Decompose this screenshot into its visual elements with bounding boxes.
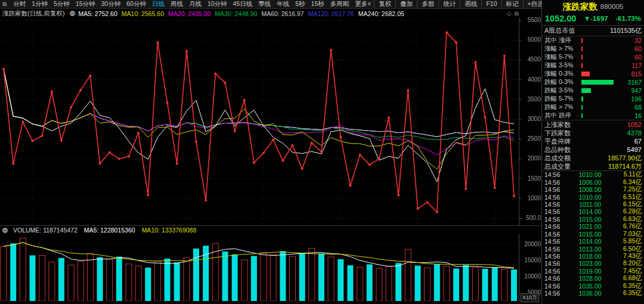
instrument-name: 涨跌家数 (563, 1, 597, 13)
period-tab-11[interactable]: 季线 (255, 0, 274, 8)
period-tab-5[interactable]: 60分钟 (123, 0, 149, 8)
y-axis-tick-2000: 2000 (519, 155, 541, 162)
toolbar-button-3[interactable]: 统计 (438, 0, 460, 8)
price-point (320, 150, 323, 153)
tick-row-1: 14:561006.006.34亿 (542, 178, 644, 185)
volume-legend: VOLUME: 1187145472MA5: 1228015360MA10: 1… (0, 227, 519, 234)
volume-bar-up (357, 267, 363, 301)
ma-legend-ma30: MA30: 2448.90 (215, 10, 257, 17)
period-tab-16[interactable]: 更多˅ (352, 0, 374, 8)
period-tab-12[interactable]: 年线 (274, 0, 292, 8)
volume-legend-items: VOLUME: 1187145472MA5: 1228015360MA10: 1… (11, 227, 200, 234)
period-tab-8[interactable]: 月线 (186, 0, 205, 8)
stat-label: 总成交量 (544, 162, 571, 171)
toolbar-button-4[interactable]: 画线 (460, 0, 481, 8)
toolbar-button-2[interactable]: 多股 (417, 0, 438, 8)
tick-price: 1015.00 (569, 231, 611, 238)
band-bar (581, 46, 583, 51)
ma-line-ma120 (4, 69, 514, 137)
volume-bar-down (10, 243, 16, 301)
volume-bar-up (39, 255, 45, 301)
stat-value: 67 (634, 138, 642, 145)
volume-bar-down (338, 259, 343, 301)
volume-bar-up (386, 266, 392, 301)
price-point (41, 135, 44, 137)
price-point (292, 144, 294, 147)
period-tab-9[interactable]: 10分钟 (205, 0, 230, 8)
band-label: 跌幅 > 7% (544, 103, 581, 111)
toolbar-button-6[interactable]: 标记 (501, 0, 523, 8)
toolbar-button-1[interactable]: 叠加 (395, 0, 417, 8)
period-tab-4[interactable]: 30分钟 (98, 0, 124, 8)
band-value: 32 (621, 37, 642, 44)
period-tab-14[interactable]: 15秒 (308, 0, 327, 8)
window-icon[interactable]: ⧉ (2, 1, 7, 8)
vol-axis-tick-10000: 10000 (519, 273, 541, 280)
tick-row-3: 14:561010.006.51亿 (542, 193, 644, 200)
volume-bar-up (1, 246, 7, 301)
tick-price: 1013.00 (569, 246, 611, 253)
volume-bar-up (107, 259, 113, 301)
y-axis-tick-5500: 5500 (519, 17, 541, 23)
collapse-indicator-icon[interactable] (70, 11, 75, 16)
price-point (378, 157, 380, 160)
y-axis-tick-500.0: 500.0 (519, 215, 541, 221)
pane-divider[interactable] (0, 225, 541, 226)
period-tab-10[interactable]: 45日线 (230, 0, 256, 8)
main-price-chart[interactable] (0, 17, 519, 225)
price-point (349, 185, 351, 187)
band-bar-track (581, 105, 621, 110)
period-tab-7[interactable]: 周线 (168, 0, 186, 8)
period-tab-1[interactable]: 1分钟 (29, 0, 51, 8)
popout-window-icon[interactable]: ⧉ (515, 10, 519, 17)
tick-list[interactable]: 14:561010.005.11亿14:561006.006.34亿14:561… (542, 171, 644, 297)
volume-collapse-icon[interactable] (2, 228, 8, 233)
stat-row-0: 上涨家数1052 (542, 120, 644, 129)
stat-value: 5497 (627, 146, 642, 153)
volume-bar-down (434, 264, 440, 301)
band-bar-track (581, 38, 621, 43)
period-tab-15[interactable]: 多周期 (327, 0, 352, 8)
volume-bar-up (184, 258, 190, 301)
instrument-header: 涨跌家数 880005 (542, 0, 644, 12)
stat-label: 总成交额 (544, 154, 571, 163)
tick-time: 14:56 (544, 231, 569, 238)
period-tab-6[interactable]: 日线 (149, 0, 168, 8)
volume-bar-down (463, 265, 469, 301)
tick-amount: 6.35亿 (611, 289, 642, 297)
period-tab-3[interactable]: 15分钟 (73, 0, 98, 8)
tick-time: 14:56 (544, 186, 569, 193)
period-tab-2[interactable]: 5分钟 (51, 0, 73, 8)
price-point (465, 188, 467, 190)
toolbar-button-0[interactable]: 复权 (374, 0, 395, 8)
volume-y-axis: 2000015000100005000X10万 (519, 234, 541, 301)
volume-bar-down (318, 253, 324, 301)
price-point (339, 136, 342, 138)
band-bar (581, 105, 583, 110)
tick-time: 14:56 (544, 238, 569, 245)
tick-time: 14:56 (544, 208, 569, 215)
ma-line-ma20 (4, 69, 514, 156)
band-row-2: 涨幅 5-7%60 (542, 53, 644, 61)
volume-bar-up (261, 253, 267, 302)
volume-chart[interactable] (0, 234, 519, 301)
y-axis-tick-1500: 1500 (519, 175, 541, 182)
band-label: 跌幅 0-3% (544, 78, 581, 86)
tick-price: 1010.00 (569, 194, 611, 201)
tick-price: 1008.00 (569, 186, 611, 193)
period-tab-13[interactable]: 5秒 (292, 0, 308, 8)
band-row-0: 其中 涨停32 (542, 36, 644, 45)
tick-time: 14:56 (544, 290, 569, 297)
toolbar-button-5[interactable]: F10 (481, 0, 501, 8)
volume-bar-down (97, 258, 103, 301)
price-point (60, 139, 63, 142)
price-point (503, 55, 506, 57)
stat-row-3: 总品种数5497 (542, 145, 644, 154)
tick-price: 1023.00 (569, 260, 611, 267)
y-axis-tick-5000: 5000 (519, 36, 541, 43)
volume-bar-up (405, 249, 411, 301)
diamond-marker-icon[interactable]: ◇ (507, 10, 512, 17)
tick-time: 14:56 (544, 201, 569, 208)
ma-line-ma240 (4, 69, 514, 137)
period-tab-0[interactable]: 分时 (10, 0, 29, 8)
